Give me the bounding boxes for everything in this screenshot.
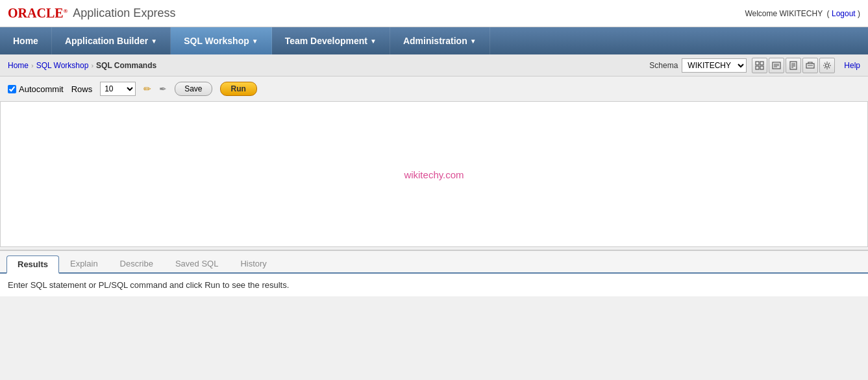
nav-application-builder-arrow: ▼ [151,38,157,45]
breadcrumb-sql-workshop[interactable]: SQL Workshop [36,61,89,70]
nav-team-development[interactable]: Team Development ▼ [272,27,390,54]
help-link[interactable]: Help [844,61,860,70]
tab-describe[interactable]: Describe [109,255,164,272]
rows-select[interactable]: 10 25 50 100 200 [100,82,136,96]
user-area: Welcome WIKITECHY ( Logout ) [745,9,860,18]
toolbar-icons [752,58,835,73]
breadcrumb: Home › SQL Workshop › SQL Commands [8,61,156,70]
toolbar-icon-2[interactable] [769,58,784,73]
nav-team-development-label: Team Development [285,36,367,46]
edit-icon[interactable]: ✏ [143,84,151,94]
breadcrumb-current: SQL Commands [96,61,156,70]
nav-administration-arrow: ▼ [470,38,477,45]
welcome-text: Welcome WIKITECHY [745,9,823,18]
toolbar-icon-1[interactable] [752,58,767,73]
nav-administration[interactable]: Administration ▼ [390,27,490,54]
app-express-title: Application Express [73,6,175,20]
rows-label: Rows [71,84,93,94]
nav-team-development-arrow: ▼ [370,38,377,45]
schema-select[interactable]: WIKITECHY [682,58,747,73]
autocommit-area: Autocommit [8,84,64,94]
autocommit-checkbox[interactable] [8,85,16,93]
clear-icon[interactable]: ✒ [159,84,167,94]
breadcrumb-sep-1: › [31,62,34,69]
toolbar-icon-4[interactable] [802,58,818,73]
nav-home[interactable]: Home [0,27,52,54]
nav-application-builder-label: Application Builder [65,36,148,46]
nav-sql-workshop-label: SQL Workshop [184,36,249,46]
oracle-logo: ORACLE® [8,6,68,21]
nav-sql-workshop-arrow: ▼ [252,38,258,45]
breadcrumb-bar: Home › SQL Workshop › SQL Commands Schem… [0,54,868,77]
svg-rect-8 [790,62,797,69]
breadcrumb-sep-2: › [91,62,93,69]
save-button[interactable]: Save [175,82,212,96]
sql-textarea[interactable] [1,102,867,244]
tab-history[interactable]: History [229,255,277,272]
tab-results[interactable]: Results [6,255,59,274]
toolbar-icon-5[interactable] [819,58,835,73]
results-tabs: Results Explain Describe Saved SQL Histo… [0,251,868,274]
logo-area: ORACLE® Application Express [8,6,175,21]
svg-rect-0 [756,62,759,65]
nav-application-builder[interactable]: Application Builder ▼ [52,27,171,54]
svg-rect-3 [760,66,763,69]
svg-rect-2 [756,66,759,69]
results-content: Enter SQL statement or PL/SQL command an… [0,274,868,296]
sql-editor-area: wikitechy.com [0,102,868,247]
nav-bar: Home Application Builder ▼ SQL Workshop … [0,27,868,54]
autocommit-label: Autocommit [19,84,64,94]
nav-administration-label: Administration [403,36,467,46]
top-bar: ORACLE® Application Express Welcome WIKI… [0,0,868,27]
right-header: Schema WIKITECHY Help [649,58,860,73]
breadcrumb-home[interactable]: Home [8,61,29,70]
schema-label: Schema [649,61,678,70]
nav-home-label: Home [13,36,38,46]
run-button[interactable]: Run [220,82,257,96]
results-empty-message: Enter SQL statement or PL/SQL command an… [8,280,289,290]
svg-rect-1 [760,62,763,65]
tab-explain[interactable]: Explain [59,255,109,272]
schema-area: Schema WIKITECHY [649,58,747,73]
tab-saved-sql[interactable]: Saved SQL [164,255,230,272]
nav-sql-workshop[interactable]: SQL Workshop ▼ [171,27,272,54]
sql-toolbar: Autocommit Rows 10 25 50 100 200 ✏ ✒ Sav… [0,77,868,102]
results-area: Results Explain Describe Saved SQL Histo… [0,250,868,296]
toolbar-icon-3[interactable] [786,58,801,73]
logout-link[interactable]: Logout [832,9,856,18]
svg-point-15 [826,64,829,67]
